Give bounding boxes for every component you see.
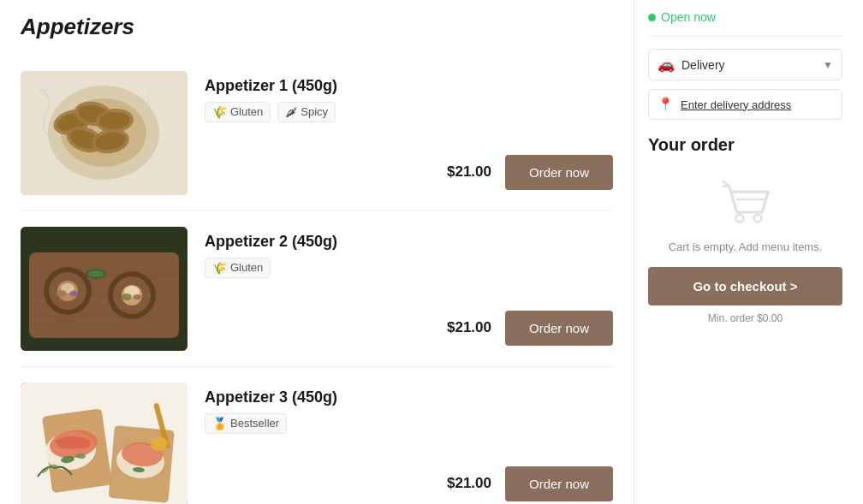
location-icon: 📍 (658, 97, 674, 112)
min-order-text: Min. order $0.00 (648, 312, 842, 324)
item-badges-appetizer1: 🌾 Gluten 🌶 Spicy (205, 102, 613, 122)
item-image-appetizer1 (21, 71, 187, 195)
item-price-action-appetizer3: $21.00 Order now (205, 441, 613, 501)
svg-point-30 (122, 294, 132, 300)
badge-gluten: 🌾 Gluten (205, 258, 271, 278)
open-status-text: Open now (661, 10, 716, 24)
status-row: Open now (648, 10, 842, 37)
section-title: Appetizers (21, 14, 613, 40)
sidebar: Open now 🚗 Delivery ▼ 📍 Enter delivery a… (634, 0, 856, 504)
delivery-select[interactable]: 🚗 Delivery ▼ (648, 49, 842, 80)
svg-point-50 (735, 215, 743, 222)
item-badges-appetizer2: 🌾 Gluten (205, 258, 613, 278)
menu-list: Appetizer 1 (450g) 🌾 Gluten 🌶 Spicy $21.… (21, 56, 613, 504)
item-details-appetizer2: Appetizer 2 (450g) 🌾 Gluten $21.00 Order… (205, 233, 613, 346)
cart-empty-text: Cart is empty. Add menu items. (648, 240, 842, 253)
page-layout: Appetizers (0, 0, 863, 504)
cart-icon-area (648, 169, 842, 240)
svg-point-24 (69, 291, 78, 296)
delivery-address-link[interactable]: Enter delivery address (681, 98, 791, 111)
badge-gluten: 🌾 Gluten (205, 102, 271, 122)
item-price-action-appetizer1: $21.00 Order now (205, 129, 613, 190)
item-price-appetizer1: $21.00 (447, 163, 491, 181)
item-name-appetizer1: Appetizer 1 (450g) (205, 77, 613, 95)
badge-label-gluten: Gluten (230, 105, 263, 118)
menu-item-appetizer2: Appetizer 2 (450g) 🌾 Gluten $21.00 Order… (21, 211, 613, 367)
open-status-dot (648, 14, 656, 21)
order-button-appetizer1[interactable]: Order now (505, 155, 613, 190)
your-order-title: Your order (648, 135, 842, 155)
delivery-label: Delivery (681, 58, 816, 72)
item-price-appetizer3: $21.00 (447, 475, 491, 492)
item-details-appetizer3: Appetizer 3 (450g) 🏅 Bestseller $21.00 O… (205, 388, 613, 501)
order-button-appetizer3[interactable]: Order now (505, 466, 613, 501)
item-name-appetizer2: Appetizer 2 (450g) (205, 233, 613, 251)
badge-label-bestseller: Bestseller (230, 417, 279, 430)
checkout-button[interactable]: Go to checkout > (648, 267, 842, 305)
delivery-address-row[interactable]: 📍 Enter delivery address (648, 89, 842, 120)
svg-point-31 (133, 294, 141, 299)
badge-icon-spicy: 🌶 (285, 105, 297, 119)
your-order-section: Your order Cart is empty. Add menu items… (648, 135, 842, 324)
item-badges-appetizer3: 🏅 Bestseller (205, 413, 613, 434)
item-price-action-appetizer2: $21.00 Order now (205, 285, 613, 346)
chevron-down-icon: ▼ (823, 59, 833, 71)
menu-item-appetizer3: Appetizer 3 (450g) 🏅 Bestseller $21.00 O… (21, 367, 613, 504)
item-image-appetizer2 (21, 227, 187, 351)
badge-spicy: 🌶 Spicy (277, 102, 336, 122)
item-details-appetizer1: Appetizer 1 (450g) 🌾 Gluten 🌶 Spicy $21.… (205, 77, 613, 190)
svg-point-23 (57, 290, 67, 297)
svg-point-51 (753, 215, 761, 222)
main-content: Appetizers (0, 0, 634, 504)
badge-icon-bestseller: 🏅 (212, 417, 227, 430)
badge-label-gluten: Gluten (230, 261, 263, 274)
car-icon: 🚗 (658, 56, 675, 73)
badge-bestseller: 🏅 Bestseller (205, 413, 287, 434)
badge-icon-gluten: 🌾 (212, 261, 227, 275)
item-price-appetizer2: $21.00 (447, 319, 491, 336)
item-image-appetizer3 (21, 382, 187, 504)
item-name-appetizer3: Appetizer 3 (450g) (205, 388, 613, 406)
badge-icon-gluten: 🌾 (212, 105, 227, 119)
svg-point-33 (88, 270, 104, 277)
badge-label-spicy: Spicy (301, 105, 328, 118)
cart-icon (716, 177, 776, 228)
menu-item-appetizer1: Appetizer 1 (450g) 🌾 Gluten 🌶 Spicy $21.… (21, 56, 613, 211)
order-button-appetizer2[interactable]: Order now (505, 311, 613, 346)
